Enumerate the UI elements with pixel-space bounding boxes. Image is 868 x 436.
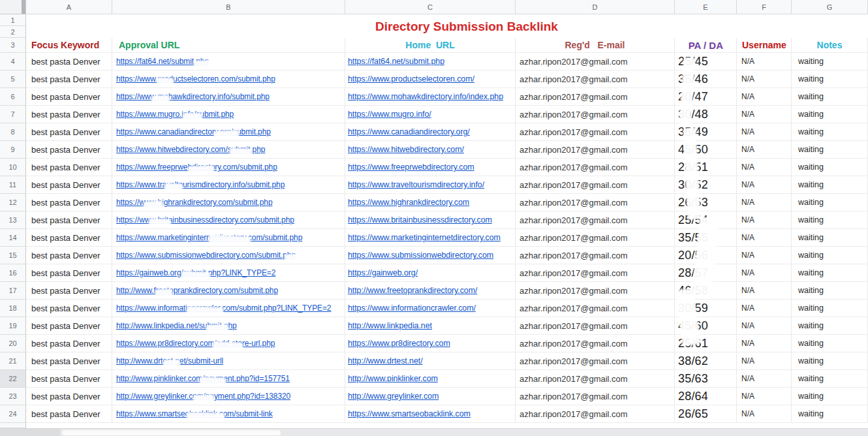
row-number-23[interactable]: 23 xyxy=(0,388,26,405)
cell-home-url-r5[interactable]: https://www.productselectoren.com/ xyxy=(345,70,516,88)
row-number-4[interactable]: 4 xyxy=(0,53,26,70)
cell-home-url-r16[interactable]: https://gainweb.org/ xyxy=(345,264,516,282)
column-header-A[interactable]: A xyxy=(26,0,112,14)
row-number-19[interactable]: 19 xyxy=(0,317,26,335)
row-number-21[interactable]: 21 xyxy=(0,352,26,370)
cell-home-url-r17[interactable]: http://www.freetoprankdirectory.com/ xyxy=(345,282,516,300)
cell-approval-url-r19[interactable]: http://www.linkpedia.net/submit.php xyxy=(112,317,345,335)
row-number-1[interactable]: 1 xyxy=(0,14,26,26)
cell-username-r12: N/A xyxy=(737,194,792,211)
row-number-2[interactable]: 2 xyxy=(0,26,26,38)
cell-approval-url-r14[interactable]: https://www.marketinginternetdirectory.c… xyxy=(112,229,345,247)
row-number-18[interactable]: 18 xyxy=(0,300,26,317)
cell-pa-da-r18: 30/59 xyxy=(675,300,737,317)
header-cell-approval_url[interactable]: Approval URL xyxy=(112,38,345,53)
cell-approval-url-r16[interactable]: https://gainweb.org/submit.php?LINK_TYPE… xyxy=(112,264,345,282)
column-header-F[interactable]: F xyxy=(737,0,792,14)
cell-home-url-r7[interactable]: https://www.mugro.info/ xyxy=(345,106,516,123)
cell-home-url-r15[interactable]: https://www.submissionwebdirectory.com xyxy=(345,247,516,264)
header-cell-username[interactable]: Username xyxy=(737,38,792,53)
cell-approval-url-r24[interactable]: https://www.smartseobacklink.com/submit-… xyxy=(112,405,345,423)
header-cell-home_url[interactable]: Home URL xyxy=(345,38,516,53)
sheet-title: Directory Submission Backlink xyxy=(313,16,620,37)
cell-approval-url-r15[interactable]: https://www.submissionwebdirectory.com/s… xyxy=(112,247,345,264)
cell-approval-url-r10[interactable]: https://www.freeprwebdirectory.com/submi… xyxy=(112,159,345,176)
row-number-7[interactable]: 7 xyxy=(0,106,26,123)
header-cell-focus_keyword[interactable]: Focus Keyword xyxy=(26,38,112,53)
cell-home-url-r11[interactable]: https://www.traveltourismdirectory.info/ xyxy=(345,176,516,194)
cell-regd-email-r10: azhar.ripon2017@gmail.com xyxy=(516,159,675,176)
cell-approval-url-r18[interactable]: https://www.informationcrawler.com/submi… xyxy=(112,300,345,317)
row-number-16[interactable]: 16 xyxy=(0,264,26,282)
cell-pa-da-r5: 35/46 xyxy=(675,70,737,88)
cell-approval-url-r23[interactable]: http://www.greylinker.com/payment.php?id… xyxy=(112,388,345,405)
cell-home-url-r18[interactable]: https://www.informationcrawler.com/ xyxy=(345,300,516,317)
cell-approval-url-r22[interactable]: http://www.pinklinker.com/payment.php?id… xyxy=(112,370,345,388)
cell-home-url-r13[interactable]: https://www.britainbusinessdirectory.com xyxy=(345,211,516,229)
row-number-10[interactable]: 10 xyxy=(0,159,26,176)
row-number-22[interactable]: 22 xyxy=(0,370,26,388)
cell-approval-url-r12[interactable]: https://www.highrankdirectory.com/submit… xyxy=(112,194,345,211)
cell-notes-r17: waiting xyxy=(792,282,868,300)
cell-home-url-r24[interactable]: https://www.smartseobacklink.com xyxy=(345,405,516,423)
header-cell-regd_email[interactable]: Reg'd E-mail xyxy=(516,38,675,53)
cell-home-url-r19[interactable]: http://www.linkpedia.net xyxy=(345,317,516,335)
cell-approval-url-r8[interactable]: https://www.canadiandirectory.org/submit… xyxy=(112,123,345,141)
cell-focus-keyword-r9: best pasta Denver xyxy=(26,141,112,159)
cell-home-url-r23[interactable]: http://www.greylinker.com xyxy=(345,388,516,405)
cell-home-url-r10[interactable]: https://www.freeprwebdirectory.com xyxy=(345,159,516,176)
row-number-20[interactable]: 20 xyxy=(0,335,26,352)
cell-approval-url-r5[interactable]: https://www.productselectoren.com/submit… xyxy=(112,70,345,88)
cell-username-r11: N/A xyxy=(737,176,792,194)
cell-approval-url-r21[interactable]: http://www.drtest.net/submit-urll xyxy=(112,352,345,370)
cell-notes-r15: waiting xyxy=(792,247,868,264)
cell-approval-url-r6[interactable]: https://www.mohawkdirectory.info/submit.… xyxy=(112,88,345,106)
cell-home-url-r20[interactable]: https://www.pr8directory.com xyxy=(345,335,516,352)
cell-focus-keyword-r7: best pasta Denver xyxy=(26,106,112,123)
cell-pa-da-r16: 28/57 xyxy=(675,264,737,282)
cell-focus-keyword-r19: best pasta Denver xyxy=(26,317,112,335)
row-number-14[interactable]: 14 xyxy=(0,229,26,247)
column-header-D[interactable]: D xyxy=(516,0,675,14)
cell-pa-da-r8: 35/49 xyxy=(675,123,737,141)
cell-pa-da-r11: 30/52 xyxy=(675,176,737,194)
cell-notes-r19: waiting xyxy=(792,317,868,335)
row-number-8[interactable]: 8 xyxy=(0,123,26,141)
cell-approval-url-r20[interactable]: https://www.pr8directory.com/add-store-u… xyxy=(112,335,345,352)
cell-approval-url-r17[interactable]: http://www.freetoprankdirectory.com/subm… xyxy=(112,282,345,300)
select-all-corner[interactable] xyxy=(0,0,26,14)
column-header-G[interactable]: G xyxy=(792,0,868,14)
cell-regd-email-r23: azhar.ripon2017@gmail.com xyxy=(516,388,675,405)
column-header-B[interactable]: B xyxy=(112,0,345,14)
header-cell-pa_da[interactable]: PA / DA xyxy=(675,38,737,53)
cell-home-url-r21[interactable]: http://www.drtest.net/ xyxy=(345,352,516,370)
cell-regd-email-r20: azhar.ripon2017@gmail.com xyxy=(516,335,675,352)
cell-approval-url-r13[interactable]: https://www.britainbusinessdirectory.com… xyxy=(112,211,345,229)
column-header-C[interactable]: C xyxy=(345,0,516,14)
row-number-11[interactable]: 11 xyxy=(0,176,26,194)
row-number-9[interactable]: 9 xyxy=(0,141,26,159)
cell-home-url-r6[interactable]: https://www.mohawkdirectory.info/index.p… xyxy=(345,88,516,106)
row-number-13[interactable]: 13 xyxy=(0,211,26,229)
cell-approval-url-r7[interactable]: https://www.mugro.info/submit.php xyxy=(112,106,345,123)
cell-home-url-r4[interactable]: https://fat64.net/submit.php xyxy=(345,53,516,70)
row-number-6[interactable]: 6 xyxy=(0,88,26,106)
column-header-E[interactable]: E xyxy=(675,0,737,14)
cell-home-url-r9[interactable]: https://www.hitwebdirectory.com/ xyxy=(345,141,516,159)
row-number-12[interactable]: 12 xyxy=(0,194,26,211)
cell-home-url-r22[interactable]: http://www.pinklinker.com xyxy=(345,370,516,388)
cell-approval-url-r11[interactable]: https://www.traveltourismdirectory.info/… xyxy=(112,176,345,194)
header-cell-notes[interactable]: Notes xyxy=(792,38,868,53)
cell-home-url-r14[interactable]: https://www.marketinginternetdirectory.c… xyxy=(345,229,516,247)
row-number-3[interactable]: 3 xyxy=(0,38,26,53)
row-number-17[interactable]: 17 xyxy=(0,282,26,300)
cell-approval-url-r4[interactable]: https://fat64.net/submit.php xyxy=(112,53,345,70)
cell-home-url-r12[interactable]: https://www.highrankdirectory.com xyxy=(345,194,516,211)
horizontal-scrollbar[interactable] xyxy=(0,428,868,436)
cell-approval-url-r9[interactable]: https://www.hitwebdirectory.com/submit.p… xyxy=(112,141,345,159)
cell-home-url-r8[interactable]: https://www.canadiandirectory.org/ xyxy=(345,123,516,141)
row-number-5[interactable]: 5 xyxy=(0,70,26,88)
scrollbar-thumb[interactable] xyxy=(62,430,281,435)
row-number-15[interactable]: 15 xyxy=(0,247,26,264)
row-number-24[interactable]: 24 xyxy=(0,405,26,423)
